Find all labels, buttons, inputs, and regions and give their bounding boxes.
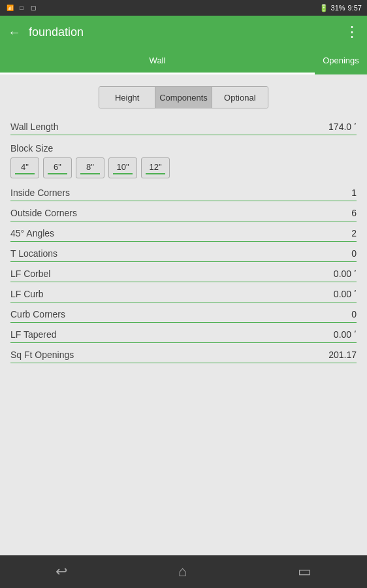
status-bar: 📶 □ ▢ 🔋 31% 9:57 — [0, 0, 367, 16]
tab-wall[interactable]: Wall — [0, 48, 315, 74]
tab-openings[interactable]: Openings — [315, 48, 367, 74]
inside-corners-value: 1 — [351, 188, 357, 198]
inside-corners-row[interactable]: Inside Corners 1 — [10, 181, 357, 201]
lf-tapered-value: 0.00 ʹ — [334, 329, 357, 340]
seg-optional[interactable]: Optional — [212, 87, 268, 108]
block-size-label: Block Size — [10, 143, 357, 154]
battery-icon: 🔋 — [319, 4, 328, 12]
nav-back-button[interactable]: ↩ — [56, 563, 67, 580]
lf-corbel-label: LF Corbel — [10, 269, 50, 279]
block-btn-4[interactable]: 4" — [10, 157, 39, 178]
block-btn-12[interactable]: 12" — [141, 157, 170, 178]
signal-icon: ▢ — [29, 3, 38, 12]
battery-level: 31% — [331, 4, 345, 12]
block-size-section: Block Size 4" 6" 8" 10" 12" — [10, 143, 357, 178]
wall-length-value: 174.0 ʹ — [328, 122, 357, 132]
lf-tapered-row[interactable]: LF Tapered 0.00 ʹ — [10, 323, 357, 343]
inside-corners-label: Inside Corners — [10, 188, 70, 198]
seg-components[interactable]: Components — [155, 87, 212, 108]
lf-curb-label: LF Curb — [10, 289, 44, 299]
lf-curb-value: 0.00 ʹ — [334, 289, 357, 299]
content-area: Wall Length 174.0 ʹ Block Size 4" 6" 8" … — [0, 115, 367, 363]
outside-corners-value: 6 — [351, 208, 357, 218]
outside-corners-row[interactable]: Outside Corners 6 — [10, 201, 357, 221]
curb-corners-value: 0 — [351, 309, 357, 319]
tab-bar: Wall Openings — [0, 48, 367, 74]
nav-home-button[interactable]: ⌂ — [178, 563, 187, 580]
wifi-icon: □ — [17, 3, 26, 12]
status-bar-right: 🔋 31% 9:57 — [319, 4, 362, 12]
angles-45-row[interactable]: 45° Angles 2 — [10, 221, 357, 242]
menu-button[interactable]: ⋮ — [345, 24, 359, 41]
top-bar: ← foundation ⋮ — [0, 16, 367, 48]
lf-curb-row[interactable]: LF Curb 0.00 ʹ — [10, 282, 357, 302]
seg-height[interactable]: Height — [99, 87, 155, 108]
nav-recents-button[interactable]: ▭ — [298, 563, 311, 580]
block-btn-8[interactable]: 8" — [76, 157, 104, 178]
block-btn-6[interactable]: 6" — [43, 157, 72, 178]
lf-tapered-label: LF Tapered — [10, 329, 57, 340]
clock: 9:57 — [348, 4, 362, 12]
t-locations-value: 0 — [351, 248, 357, 259]
back-button[interactable]: ← — [8, 25, 21, 40]
segment-control: Height Components Optional — [99, 86, 268, 108]
curb-corners-row[interactable]: Curb Corners 0 — [10, 302, 357, 323]
t-locations-label: T Locations — [10, 248, 57, 259]
curb-corners-label: Curb Corners — [10, 309, 65, 319]
sq-ft-openings-value: 201.17 — [328, 350, 357, 360]
block-size-buttons: 4" 6" 8" 10" 12" — [10, 157, 357, 178]
angles-45-label: 45° Angles — [10, 228, 54, 238]
lf-corbel-row[interactable]: LF Corbel 0.00 ʹ — [10, 262, 357, 282]
bluetooth-icon: 📶 — [5, 3, 14, 12]
sq-ft-openings-label: Sq Ft Openings — [10, 350, 74, 360]
t-locations-row[interactable]: T Locations 0 — [10, 242, 357, 262]
page-title: foundation — [29, 25, 84, 39]
outside-corners-label: Outside Corners — [10, 208, 77, 218]
lf-corbel-value: 0.00 ʹ — [334, 269, 357, 279]
block-btn-10[interactable]: 10" — [108, 157, 137, 178]
wall-length-label: Wall Length — [10, 122, 58, 132]
status-bar-left: 📶 □ ▢ — [5, 3, 38, 12]
angles-45-value: 2 — [351, 228, 357, 238]
sq-ft-openings-row[interactable]: Sq Ft Openings 201.17 — [10, 343, 357, 363]
bottom-nav: ↩ ⌂ ▭ — [0, 555, 367, 588]
top-bar-left: ← foundation — [8, 25, 84, 40]
wall-length-row[interactable]: Wall Length 174.0 ʹ — [10, 115, 357, 135]
